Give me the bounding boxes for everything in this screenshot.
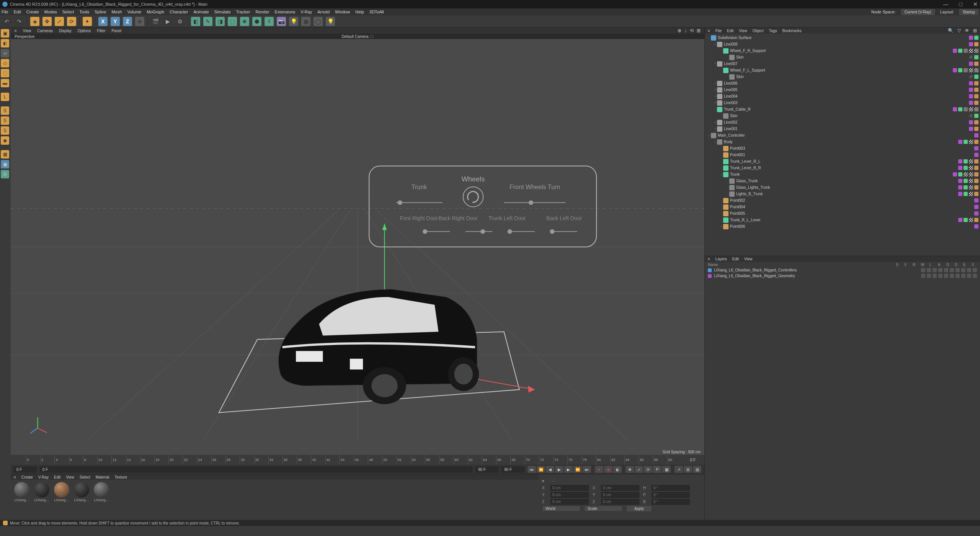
scale-button[interactable]: ⤢ <box>55 17 64 26</box>
axis-y-button[interactable]: Y <box>111 17 120 26</box>
tag-purple[interactable] <box>958 140 962 144</box>
recent-tool-button[interactable]: ✦ <box>83 17 92 26</box>
key-pla-button[interactable]: ▦ <box>662 466 671 473</box>
om-opts-icon[interactable]: ⊞ <box>973 28 977 33</box>
snap3-button[interactable]: S <box>1 126 9 135</box>
tree-row[interactable]: –Trunk <box>705 171 980 178</box>
tree-row[interactable]: +Line003 <box>705 100 980 106</box>
layer-toggle[interactable] <box>967 274 971 278</box>
tag-button[interactable]: 💡 <box>326 17 335 26</box>
layer-toggle[interactable] <box>973 274 977 278</box>
end-frame-field2[interactable]: 90 F <box>501 467 524 472</box>
goto-start-button[interactable]: ⏮ <box>528 466 536 473</box>
prev-key-button[interactable]: ⏪ <box>537 466 545 473</box>
point-mode-button[interactable]: ◇ <box>1 59 9 67</box>
material-item[interactable]: LiXiang… <box>93 482 110 518</box>
tag-purple[interactable] <box>974 146 978 150</box>
expand-icon[interactable]: + <box>713 42 717 46</box>
vp-menu-display[interactable]: Display <box>59 29 72 33</box>
tag-purple[interactable] <box>969 120 973 124</box>
tag-checker[interactable] <box>969 185 973 190</box>
tag-checker[interactable] <box>974 68 978 72</box>
tick-16[interactable]: 16 <box>140 455 154 465</box>
tick-30[interactable]: 30 <box>240 455 254 465</box>
material-item[interactable]: LiXiang… <box>33 482 51 518</box>
layer-toggle[interactable] <box>973 268 977 272</box>
rotate-button[interactable]: ⟳ <box>67 17 76 26</box>
tag-checker[interactable] <box>964 172 968 176</box>
tag-orange[interactable] <box>974 140 978 144</box>
tree-row[interactable]: Point003 <box>705 145 980 152</box>
undo-button[interactable]: ↶ <box>2 17 11 26</box>
play-button[interactable]: ▶ <box>555 466 564 473</box>
tag-orange[interactable] <box>974 120 978 124</box>
tick-84[interactable]: 84 <box>624 455 639 465</box>
tag-purple[interactable] <box>958 192 962 196</box>
tick-86[interactable]: 86 <box>639 455 653 465</box>
tag-green[interactable] <box>964 166 968 170</box>
viewport-camera[interactable]: Default Camera <box>341 34 368 39</box>
menu-spline[interactable]: Spline <box>95 10 106 14</box>
misc-button[interactable]: ⊙ <box>1 170 9 178</box>
layer-toggle[interactable] <box>921 274 925 278</box>
key-mode1-button[interactable]: ↗ <box>675 466 683 473</box>
om-menu-file[interactable]: File <box>715 29 722 33</box>
tag-purple[interactable] <box>958 166 962 170</box>
tree-row[interactable]: –Subdivision Surface <box>705 34 980 41</box>
tree-row[interactable]: +Line004 <box>705 93 980 100</box>
key-param-button[interactable]: P <box>653 466 662 473</box>
light-button[interactable]: 💡 <box>289 17 298 26</box>
tag-purple[interactable] <box>969 94 973 98</box>
tag-green[interactable] <box>974 75 978 79</box>
live-select-button[interactable]: ◈ <box>30 17 39 26</box>
menu-tools[interactable]: Tools <box>79 10 89 14</box>
om-menu-view[interactable]: View <box>739 29 747 33</box>
object-tree[interactable]: –Subdivision Surface+Line008Wheel_F_R_Su… <box>705 34 980 256</box>
tweak-button[interactable]: ▦ <box>1 150 9 159</box>
tick-48[interactable]: 48 <box>368 455 382 465</box>
om-menu-edit[interactable]: Edit <box>727 29 733 33</box>
layer-toggle[interactable] <box>921 268 925 272</box>
tag-check[interactable]: ✓ <box>969 75 973 79</box>
tick-18[interactable]: 18 <box>154 455 168 465</box>
menu-create[interactable]: Create <box>26 10 39 14</box>
axis-x-button[interactable]: X <box>98 17 108 26</box>
tag-orange[interactable] <box>974 218 978 222</box>
tick-12[interactable]: 12 <box>111 455 126 465</box>
camera-lock-icon[interactable]: ⬚ <box>370 34 374 38</box>
tag-orange[interactable] <box>974 42 978 46</box>
render-view-button[interactable]: 🎬 <box>151 17 160 26</box>
tree-row[interactable]: +Point006 <box>705 223 980 230</box>
tick-26[interactable]: 26 <box>211 455 225 465</box>
tick-10[interactable]: 10 <box>97 455 111 465</box>
tick-62[interactable]: 62 <box>468 455 482 465</box>
tick-58[interactable]: 58 <box>439 455 453 465</box>
layer-toggle[interactable] <box>933 274 937 278</box>
tag-purple[interactable] <box>953 49 957 53</box>
tree-row[interactable]: Trunk_R_L_Lever <box>705 217 980 223</box>
expand-icon[interactable]: – <box>713 108 717 111</box>
tag-purple[interactable] <box>974 205 978 209</box>
pos-x-field[interactable] <box>550 485 589 491</box>
expand-icon[interactable]: + <box>719 225 723 228</box>
tag-gray[interactable] <box>964 68 968 72</box>
layer-toggle[interactable] <box>944 274 948 278</box>
tag-orange[interactable] <box>974 101 978 105</box>
edge-mode-button[interactable]: ⬚ <box>1 69 9 77</box>
material-item[interactable]: LiXiang… <box>13 482 31 518</box>
tag-green[interactable] <box>964 179 968 183</box>
tree-row[interactable]: Skin✓ <box>705 74 980 80</box>
softsel-button[interactable]: ◉ <box>1 136 9 145</box>
layer-toggle[interactable] <box>927 268 931 272</box>
tick-56[interactable]: 56 <box>425 455 439 465</box>
redo-button[interactable]: ↷ <box>15 17 24 26</box>
lm-menu-view[interactable]: View <box>744 257 753 261</box>
tree-row[interactable]: +Line005 <box>705 87 980 93</box>
tag-checker[interactable] <box>969 140 973 144</box>
tick-66[interactable]: 66 <box>496 455 510 465</box>
autokey-button[interactable]: ◉ <box>604 466 612 473</box>
expand-icon[interactable]: – <box>719 173 723 176</box>
layer-toggle[interactable] <box>950 274 954 278</box>
field-button[interactable]: ⬢ <box>252 17 261 26</box>
tag-purple[interactable] <box>974 224 978 229</box>
